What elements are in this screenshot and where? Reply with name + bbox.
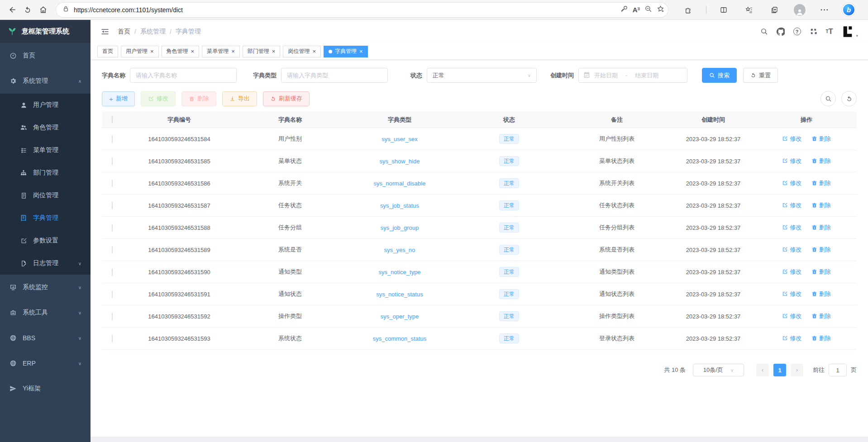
page-tab[interactable]: 菜单管理 × [202,46,240,57]
dict-type-link[interactable]: sys_user_sex [382,136,417,143]
sidebar-menu-item[interactable]: 菜单管理 [0,139,91,162]
row-edit-link[interactable]: 修改 [782,135,801,143]
dict-type-input[interactable] [281,68,388,83]
row-edit-link[interactable]: 修改 [782,201,801,209]
sidebar-menu-item[interactable]: 系统工具 [0,300,91,325]
row-delete-link[interactable]: 删除 [811,135,831,143]
dict-name-input[interactable] [130,68,237,83]
dict-type-link[interactable]: sys_job_status [380,202,419,209]
current-page[interactable]: 1 [773,364,786,376]
row-edit-link[interactable]: 修改 [782,157,801,165]
dict-type-link[interactable]: sys_oper_type [381,313,419,320]
sidebar-menu-item[interactable]: 日志管理 [0,252,91,275]
row-checkbox[interactable] [112,157,113,165]
dict-type-link[interactable]: sys_yes_no [384,247,415,253]
dict-type-link[interactable]: sys_show_hide [380,158,420,165]
row-checkbox[interactable] [112,135,113,143]
github-icon[interactable] [777,28,785,36]
add-favorite-star-icon[interactable] [657,5,664,14]
search-button[interactable]: 搜索 [702,68,737,83]
row-checkbox[interactable] [112,202,113,209]
status-select[interactable]: 正常 ∨ [427,68,537,83]
row-delete-link[interactable]: 删除 [811,179,831,187]
row-edit-link[interactable]: 修改 [782,312,801,320]
sidebar-toggle-icon[interactable] [100,27,110,36]
page-tab[interactable]: 字典管理 × [324,46,368,57]
page-tab[interactable]: 用户管理 × [121,46,159,57]
extensions-icon[interactable] [681,2,696,18]
export-button[interactable]: 导出 [222,91,257,106]
row-checkbox[interactable] [112,246,113,254]
row-checkbox[interactable] [112,224,113,232]
browser-back-icon[interactable] [5,2,20,18]
page-tab[interactable]: 部门管理 × [243,46,281,57]
prev-page-button[interactable]: ‹ [756,364,769,376]
edit-button[interactable]: 修改 [141,91,176,106]
row-edit-link[interactable]: 修改 [782,268,801,276]
row-delete-link[interactable]: 删除 [811,334,831,342]
page-tab[interactable]: 岗位管理 × [283,46,321,57]
date-range-picker[interactable]: 开始日期 - 结束日期 [578,68,687,83]
tab-close-icon[interactable]: × [150,48,154,54]
row-checkbox[interactable] [112,313,113,320]
refresh-table-button[interactable] [841,91,857,106]
sidebar-menu-item[interactable]: ERP [0,351,91,376]
page-size-select[interactable]: 10条/页 ∨ [693,364,744,376]
breadcrumb-item[interactable]: 字典管理 [176,28,201,36]
sidebar-menu-item[interactable]: 用户管理 [0,94,91,116]
favorites-icon[interactable] [741,2,757,18]
tab-close-icon[interactable]: × [272,48,276,54]
collections-icon[interactable] [767,2,782,18]
header-search-icon[interactable] [760,28,768,35]
tab-close-icon[interactable]: × [359,48,363,54]
select-all-checkbox[interactable] [112,116,113,124]
sidebar-menu-item[interactable]: 部门管理 [0,162,91,184]
row-delete-link[interactable]: 删除 [811,312,831,320]
reset-button[interactable]: 重置 [743,68,778,83]
row-delete-link[interactable]: 删除 [811,290,831,298]
browser-address-bar[interactable]: https://ccnetcore.com:1101/system/dict A… [56,3,668,17]
tab-close-icon[interactable]: × [191,48,195,54]
page-tab[interactable]: 角色管理 × [162,46,200,57]
row-delete-link[interactable]: 删除 [811,223,831,232]
dict-type-link[interactable]: sys_notice_status [376,291,423,298]
sidebar-menu-item[interactable]: 系统管理 [0,68,91,94]
next-page-button[interactable]: › [791,364,803,376]
row-checkbox[interactable] [112,180,113,187]
show-search-toggle-button[interactable] [820,91,836,106]
row-delete-link[interactable]: 删除 [811,201,831,209]
breadcrumb-item[interactable]: 系统管理 [140,28,166,36]
row-delete-link[interactable]: 删除 [811,246,831,254]
split-screen-icon[interactable] [716,2,731,18]
dict-type-link[interactable]: sys_job_group [381,224,419,231]
sidebar-menu-item[interactable]: 字典管理 [0,207,91,229]
row-edit-link[interactable]: 修改 [782,290,801,298]
browser-refresh-icon[interactable] [20,2,35,18]
sidebar-menu-item[interactable]: 参数设置 [0,229,91,252]
sidebar-menu-item[interactable]: 角色管理 [0,116,91,139]
tab-close-icon[interactable]: × [312,48,316,54]
sidebar-menu-item[interactable]: BBS [0,325,91,351]
tab-close-icon[interactable]: × [231,48,235,54]
row-delete-link[interactable]: 删除 [811,268,831,276]
dict-type-link[interactable]: sys_notice_type [378,269,420,276]
goto-page-input[interactable] [829,364,847,376]
user-logo-avatar[interactable]: ▾ [841,25,858,38]
profile-avatar[interactable] [792,2,807,18]
delete-button[interactable]: 删除 [181,91,216,106]
font-size-icon[interactable]: TT [826,28,833,36]
sidebar-menu-item[interactable]: 岗位管理 [0,184,91,207]
help-icon[interactable]: ? [793,28,801,35]
start-date-placeholder[interactable]: 开始日期 [594,71,618,80]
dict-type-link[interactable]: sys_normal_disable [374,180,426,187]
password-key-icon[interactable] [620,5,628,14]
sidebar-menu-item[interactable]: 系统监控 [0,275,91,300]
dict-type-link[interactable]: sys_common_status [373,335,427,342]
browser-home-icon[interactable] [35,2,51,18]
read-aloud-icon[interactable]: A)) [633,6,640,14]
add-button[interactable]: + 新增 [102,91,135,106]
bing-copilot-icon[interactable]: b [842,3,855,16]
fullscreen-icon[interactable] [810,28,817,35]
sidebar-menu-item[interactable]: Yi框架 [0,376,91,401]
breadcrumb-item[interactable]: 首页 [118,28,130,36]
